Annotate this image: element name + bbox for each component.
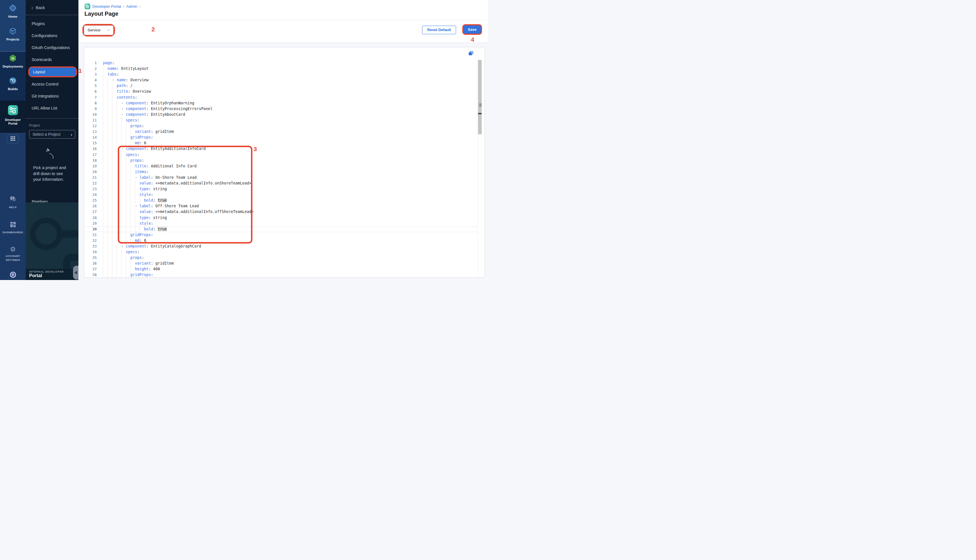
code-line[interactable]: 5path: /: [84, 83, 478, 89]
code-line[interactable]: 6title: Overview: [84, 89, 478, 94]
code-line[interactable]: 19title: Additional Info Card: [84, 163, 478, 169]
code-line[interactable]: 27value: <+metadata.additionalInfo.offSh…: [84, 209, 478, 215]
code-line[interactable]: 7contents:: [84, 95, 478, 100]
code-line[interactable]: 9- component: EntityProcessingErrorsPane…: [84, 106, 478, 112]
back-button[interactable]: ‹ Back: [26, 0, 78, 10]
nav-projects[interactable]: Projects: [0, 27, 26, 41]
left-nav-rail: Home Projects ∞ Deployments Builds: [0, 0, 26, 280]
user-avatar[interactable]: D: [10, 272, 16, 278]
code-line[interactable]: 20items:: [84, 169, 478, 175]
sidebar-item-configurations[interactable]: Configurations: [26, 30, 78, 42]
editor-scrollbar[interactable]: [478, 60, 482, 134]
code-line[interactable]: 14gridProps:: [84, 135, 478, 140]
entity-kind-dropdown[interactable]: Service ⌄: [84, 25, 113, 35]
annotation-ring-2: Service ⌄: [82, 24, 115, 37]
line-number: 14: [84, 135, 97, 140]
copy-button[interactable]: [468, 50, 474, 57]
code-text: - component: EntityAboutCard: [103, 112, 185, 117]
rail-section-mid: ∞ Deployments Builds: [0, 51, 26, 101]
nav-developer-portal[interactable]: Developer Portal: [0, 101, 26, 125]
rail-section-devportal-selected: Developer Portal: [0, 101, 26, 133]
sidebar-item-oauth-configurations[interactable]: OAuth Configurations: [26, 42, 78, 53]
code-line[interactable]: 30bold: true: [84, 227, 478, 232]
code-line[interactable]: 38gridProps:: [84, 272, 478, 278]
code-line[interactable]: 26- label: Off-Shore Team Lead: [84, 203, 478, 209]
code-line[interactable]: 25bold: true: [84, 198, 478, 203]
save-button[interactable]: Save: [464, 25, 481, 33]
nav-help[interactable]: ? HELP: [9, 196, 17, 209]
breadcrumb-admin[interactable]: Admin: [126, 4, 137, 8]
brand-internal-developer: INTERNAL DEVELOPER: [29, 270, 78, 273]
code-line[interactable]: 13variant: gridItem: [84, 129, 478, 135]
code-line[interactable]: 8- component: EntityOrphanWarning: [84, 100, 478, 106]
nav-projects-label: Projects: [6, 38, 19, 41]
code-line[interactable]: 18props:: [84, 158, 478, 163]
code-line[interactable]: 24style:: [84, 192, 478, 198]
cursor-doodle-icon: [45, 148, 78, 160]
main-area: Developer Portal › Admin › Layout Page S…: [78, 0, 488, 280]
nav-home[interactable]: Home: [0, 0, 26, 18]
code-line[interactable]: 35props:: [84, 255, 478, 261]
line-number: 26: [84, 203, 97, 209]
projects-icon: [9, 27, 17, 36]
nav-developer-portal-label: Developer Portal: [3, 118, 23, 125]
code-text: - component: EntityOrphanWarning: [103, 100, 194, 106]
sidebar-collapse-button[interactable]: [73, 266, 78, 280]
builds-icon: [9, 77, 17, 86]
code-line[interactable]: 37height: 400: [84, 266, 478, 272]
code-line[interactable]: 36variant: gridItem: [84, 261, 478, 266]
scrollbar-marker: [479, 103, 482, 107]
sidebar-item-layout-wrapper: Layout: [26, 67, 78, 77]
code-line[interactable]: 4- name: Overview: [84, 77, 478, 83]
rail-section-bottom: ? HELP DASHBOARDS ⚙ ACCOUNT SETTINGS D: [0, 133, 26, 280]
toolbar: Service ⌄ Reset Default Save: [78, 20, 488, 43]
breadcrumb-developer-portal[interactable]: Developer Portal: [92, 4, 121, 8]
code-text: contents:: [103, 95, 137, 100]
nav-builds[interactable]: Builds: [0, 77, 26, 91]
line-number: 9: [84, 106, 97, 112]
module-grid-button[interactable]: [7, 135, 19, 143]
sidebar-item-access-control[interactable]: Access Control: [26, 78, 78, 90]
code-line[interactable]: 32md: 6: [84, 238, 478, 243]
nav-dashboards[interactable]: DASHBOARDS: [3, 221, 23, 234]
reset-default-button[interactable]: Reset Default: [422, 26, 456, 34]
code-editor[interactable]: 1page:2name: EntityLayout3tabs:4- name: …: [84, 60, 478, 278]
line-number: 6: [84, 89, 97, 94]
project-select[interactable]: Select a Project ›: [29, 130, 75, 138]
code-line[interactable]: 22value: <+metadata.additionalInfo.onSho…: [84, 180, 478, 186]
code-line[interactable]: 1page:: [84, 60, 478, 66]
sidebar-item-layout-selected[interactable]: Layout: [29, 68, 76, 76]
code-line[interactable]: 3tabs:: [84, 72, 478, 77]
code-line[interactable]: 23type: string: [84, 186, 478, 192]
code-line[interactable]: 12props:: [84, 123, 478, 129]
code-line[interactable]: 2name: EntityLayout: [84, 66, 478, 72]
admin-sidebar: ‹ Back Plugins Configurations OAuth Conf…: [26, 0, 78, 280]
line-number: 4: [84, 77, 97, 83]
code-line[interactable]: 17specs:: [84, 152, 478, 158]
nav-account-settings[interactable]: ⚙ ACCOUNT SETTINGS: [4, 246, 22, 262]
code-line[interactable]: 21- label: On-Shore Team Lead: [84, 175, 478, 180]
code-line[interactable]: 31gridProps:: [84, 232, 478, 238]
nav-builds-label: Builds: [8, 87, 18, 91]
line-number: 27: [84, 209, 97, 215]
code-line[interactable]: 28type: string: [84, 215, 478, 221]
code-line[interactable]: 34specs:: [84, 249, 478, 255]
code-line[interactable]: 16- component: EntityAdditionalInfoCard: [84, 146, 478, 152]
code-text: type: string: [103, 215, 167, 221]
nav-home-label: Home: [8, 15, 17, 18]
code-text: - component: EntityCatalogGraphCard: [103, 243, 201, 249]
sidebar-item-scorecards[interactable]: Scorecards: [26, 53, 78, 66]
sidebar-item-git-integrations[interactable]: Git Integrations: [26, 90, 78, 102]
sidebar-item-url-allow-list[interactable]: URL Allow List: [26, 102, 78, 114]
svg-text:?: ?: [12, 197, 13, 200]
code-line[interactable]: 33- component: EntityCatalogGraphCard: [84, 243, 478, 249]
code-line[interactable]: 11specs:: [84, 117, 478, 123]
nav-deployments[interactable]: ∞ Deployments: [0, 52, 26, 68]
code-text: name: EntityLayout: [103, 66, 148, 72]
sidebar-item-plugins[interactable]: Plugins: [26, 18, 78, 30]
code-line[interactable]: 29style:: [84, 221, 478, 227]
rail-section-top: Home Projects: [0, 0, 26, 51]
code-line[interactable]: 10- component: EntityAboutCard: [84, 112, 478, 117]
code-line[interactable]: 15md: 6: [84, 140, 478, 146]
code-text: path: /: [103, 83, 133, 89]
